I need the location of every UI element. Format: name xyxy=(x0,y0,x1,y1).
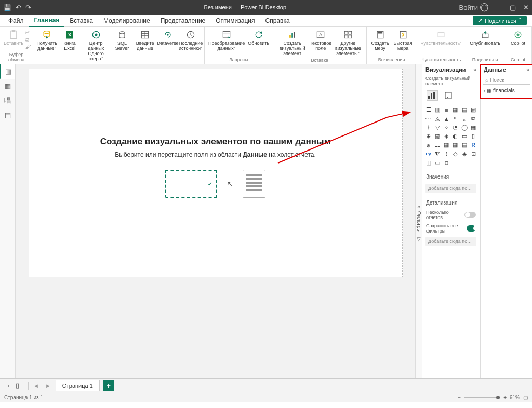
sensitivity-button[interactable]: Чувствительность˅ xyxy=(419,28,464,47)
dataverse-button[interactable]: Dataverse xyxy=(156,28,179,47)
cut-icon[interactable]: ✂ xyxy=(25,29,31,36)
format-visual-icon[interactable] xyxy=(443,90,455,101)
stacked-area-icon[interactable]: ▲ xyxy=(443,115,450,123)
scatter-icon[interactable]: ⁘ xyxy=(443,124,450,131)
stacked-bar-icon[interactable]: ☰ xyxy=(424,106,432,114)
model-view-icon[interactable]: 唱 xyxy=(0,93,15,108)
canvas-page[interactable]: Создание визуальных элементов по вашим д… xyxy=(29,69,403,277)
new-visual-button[interactable]: Создать визуальный элемент xyxy=(275,28,309,58)
expand-icon[interactable]: » xyxy=(473,66,476,73)
filled-map-icon[interactable]: ▧ xyxy=(433,132,441,140)
gauge-icon[interactable]: ◐ xyxy=(451,132,459,140)
cross-report-toggle[interactable] xyxy=(464,212,476,218)
redo-icon[interactable]: ↷ xyxy=(25,4,31,11)
publish-button[interactable]: Опубликовать xyxy=(468,28,502,47)
enter-data-button[interactable]: Введите данные xyxy=(134,28,156,52)
tab-modeling[interactable]: Моделирование xyxy=(98,15,155,26)
fit-page-icon[interactable]: ▢ xyxy=(523,395,528,400)
line-clustered-icon[interactable]: ⫰ xyxy=(460,115,468,123)
maximize-icon[interactable]: ▢ xyxy=(510,4,516,11)
table-icon[interactable]: ▦ xyxy=(443,141,450,149)
expand-icon[interactable]: » xyxy=(526,66,529,73)
paginated-icon[interactable]: ⊡ xyxy=(470,150,477,158)
line-icon[interactable]: 〰 xyxy=(424,115,432,123)
refresh-button[interactable]: Обновить xyxy=(246,28,271,47)
more-visuals-icon[interactable]: ⋯ xyxy=(451,159,459,167)
table-view-icon[interactable]: ▦ xyxy=(0,79,15,93)
mobile-layout-icon[interactable]: ▯ xyxy=(16,382,25,389)
onelake-button[interactable]: Центр данных Одного озера˅ xyxy=(81,28,111,63)
card-icon[interactable]: ▭ xyxy=(460,132,468,140)
zoom-out-icon[interactable]: − xyxy=(458,395,461,400)
waterfall-icon[interactable]: ⫲ xyxy=(424,124,432,131)
filters-pane-collapsed[interactable]: « Фильтры ▽ xyxy=(415,64,422,378)
search-input[interactable]: ⌕Поиск xyxy=(483,76,530,85)
copilot-button[interactable]: Copilot xyxy=(507,28,529,47)
next-page-icon[interactable]: ► xyxy=(44,383,52,389)
decomposition-icon[interactable]: ⊹ xyxy=(443,150,450,158)
goals-icon[interactable]: ⧈ xyxy=(443,159,450,167)
tab-insert[interactable]: Вставка xyxy=(64,15,98,26)
automate-icon[interactable]: ▭ xyxy=(433,159,441,167)
dax-view-icon[interactable]: ▤ xyxy=(0,108,15,123)
treemap-icon[interactable]: ▦ xyxy=(470,124,477,131)
save-icon[interactable]: 💾 xyxy=(3,4,11,11)
keep-filters-toggle[interactable] xyxy=(467,225,476,232)
narrative-icon[interactable]: ◈ xyxy=(460,150,468,158)
recent-sources-button[interactable]: Последние источники˅ xyxy=(179,28,202,52)
format-painter-icon[interactable]: 🖌 xyxy=(25,44,31,50)
100-bar-icon[interactable]: ▤ xyxy=(460,106,468,114)
page-tab-1[interactable]: Страница 1 xyxy=(56,380,100,391)
multi-card-icon[interactable]: ▯ xyxy=(470,132,477,140)
desktop-layout-icon[interactable]: ▭ xyxy=(3,382,12,389)
prev-page-icon[interactable]: ◄ xyxy=(32,383,41,389)
drill-dropzone[interactable]: Добавьте сюда поля дета... xyxy=(425,237,476,246)
more-visuals-button[interactable]: Другие визуальные элементы˅ xyxy=(332,28,364,58)
tab-help[interactable]: Справка xyxy=(260,15,295,26)
sql-button[interactable]: SQL Server xyxy=(111,28,134,52)
map-icon[interactable]: ⊕ xyxy=(424,132,432,140)
tab-view[interactable]: Представление xyxy=(155,15,211,26)
report-view-icon[interactable]: ▥ xyxy=(0,64,15,79)
ribbon-chart-icon[interactable]: ⧉ xyxy=(470,115,477,123)
close-icon[interactable]: ✕ xyxy=(523,4,529,11)
zoom-slider[interactable] xyxy=(464,397,500,398)
pie-icon[interactable]: ◔ xyxy=(451,124,459,131)
clustered-bar-icon[interactable]: ≡ xyxy=(443,106,450,114)
text-box-button[interactable]: AТекстовое поле xyxy=(309,28,332,52)
tab-home[interactable]: Главная xyxy=(29,15,65,27)
add-page-button[interactable]: + xyxy=(103,380,114,391)
qa-icon[interactable]: ◇ xyxy=(451,150,459,158)
funnel-icon[interactable]: ▽ xyxy=(433,124,441,131)
clustered-column-icon[interactable]: ▦ xyxy=(451,106,459,114)
tab-file[interactable]: Файл xyxy=(3,15,29,26)
matrix-icon[interactable]: ▦ xyxy=(451,141,459,149)
build-visual-icon[interactable] xyxy=(427,90,438,101)
paste-button[interactable]: Вставить xyxy=(2,28,25,47)
new-measure-button[interactable]: Создать меру xyxy=(369,28,392,52)
line-column-icon[interactable]: ⫯ xyxy=(451,115,459,123)
minimize-icon[interactable]: — xyxy=(496,4,502,11)
slicer-icon[interactable]: ☶ xyxy=(433,141,441,149)
copy-icon[interactable]: ⧉ xyxy=(25,36,31,43)
zoom-in-icon[interactable]: + xyxy=(503,395,507,400)
python-visual-icon[interactable]: Py xyxy=(424,150,432,158)
excel-button[interactable]: XКнига Excel xyxy=(58,28,81,52)
quick-measure-button[interactable]: Быстрая мера xyxy=(392,28,415,52)
get-data-button[interactable]: Получить данные˅ xyxy=(35,28,58,52)
100-column-icon[interactable]: ▨ xyxy=(470,106,477,114)
area-icon[interactable]: ◬ xyxy=(433,115,441,123)
values-dropzone[interactable]: Добавьте сюда поля с дан... xyxy=(425,184,476,193)
report-canvas[interactable]: Создание визуальных элементов по вашим д… xyxy=(16,64,415,378)
share-button[interactable]: ↗Поделиться ˅ xyxy=(473,16,527,25)
tab-optimize[interactable]: Оптимизация xyxy=(210,15,260,26)
table-financials[interactable]: ›▦financials xyxy=(481,86,532,96)
table2-icon[interactable]: ▤ xyxy=(460,141,468,149)
r-visual-icon[interactable]: R xyxy=(470,141,477,149)
donut-icon[interactable]: ◯ xyxy=(460,124,468,131)
key-influencers-icon[interactable]: ⧨ xyxy=(433,150,441,158)
azure-map-icon[interactable]: ◈ xyxy=(443,132,450,140)
undo-icon[interactable]: ↶ xyxy=(16,4,21,11)
transform-data-button[interactable]: Преобразование данных˅ xyxy=(207,28,246,52)
powerapps-icon[interactable]: ◫ xyxy=(424,159,432,167)
